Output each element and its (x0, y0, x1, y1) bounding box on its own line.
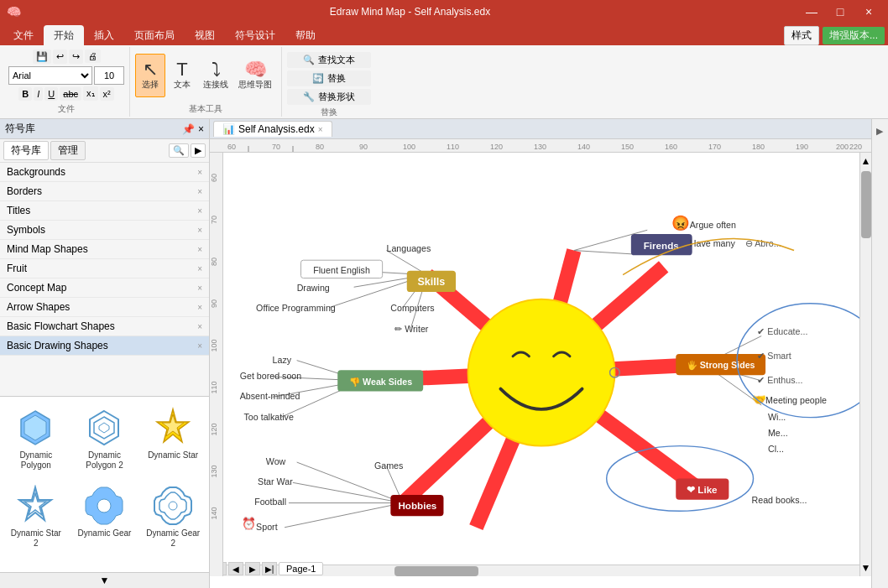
tab-layout[interactable]: 页面布局 (124, 25, 185, 45)
replace-button[interactable]: 🔄 替换 (287, 70, 371, 86)
text-tool-button[interactable]: T 文本 (167, 54, 197, 97)
canvas-area[interactable]: 60 70 80 90 100 110 120 130 140 (210, 153, 871, 576)
text-argue: Argue often (690, 220, 736, 230)
right-panel-label[interactable]: ▶ (871, 122, 888, 140)
category-drawing[interactable]: Basic Drawing Shapes × (0, 336, 209, 356)
page-next-button[interactable]: ▶ (245, 562, 260, 575)
superscript-button[interactable]: x² (100, 87, 114, 101)
category-concept[interactable]: Concept Map × (0, 278, 209, 298)
page-next-last-button[interactable]: ▶| (262, 562, 277, 575)
close-button[interactable]: × (856, 3, 881, 20)
scroll-down-button[interactable]: ▼ (860, 559, 871, 576)
library-tab-symbols[interactable]: 符号库 (3, 141, 49, 160)
select-tool-button[interactable]: ↖ 选择 (135, 54, 165, 97)
page-tab-1[interactable]: Page-1 (279, 562, 323, 575)
symbol-library-title: 符号库 (5, 122, 35, 136)
library-add-button[interactable]: ▶ (191, 143, 206, 158)
svg-text:100: 100 (403, 143, 415, 151)
vertical-scrollbar[interactable]: ▲ ▼ (859, 153, 871, 576)
alarm-icon: ⏰ (242, 517, 256, 531)
transform-button[interactable]: 🔧 替换形状 (287, 89, 371, 105)
library-scroll-down[interactable]: ▼ (0, 572, 209, 588)
library-tab-manage[interactable]: 管理 (50, 141, 86, 160)
shape-dynamic-star2[interactable]: Dynamic Star 2 (3, 478, 69, 553)
shape-dynamic-polygon[interactable]: Dynamic Polygon (3, 400, 69, 475)
horizontal-scrollbar[interactable]: |◀ ◀ ▶ ▶| Page-1 (210, 565, 859, 576)
page-prev-button[interactable]: ◀ (228, 562, 243, 575)
category-arrow[interactable]: Arrow Shapes × (0, 298, 209, 317)
italic-button[interactable]: I (34, 87, 43, 101)
maximize-button[interactable]: □ (828, 3, 853, 20)
connect-tool-button[interactable]: ⤵ 连接线 (199, 54, 232, 97)
library-search-button[interactable]: 🔍 (169, 143, 189, 158)
category-titles[interactable]: Titles × (0, 201, 209, 221)
shape-dynamic-polygon2[interactable]: Dynamic Polygon 2 (72, 400, 138, 475)
tab-help[interactable]: 帮助 (285, 25, 326, 45)
shape-dynamic-gear2[interactable]: Dynamic Gear 2 (140, 478, 206, 553)
conn-starwar (293, 482, 403, 502)
category-close-icon[interactable]: × (197, 187, 202, 196)
mindmap-canvas[interactable]: Skills 👎 Weak Sides Hobbies Firends 🖐 St… (223, 153, 859, 576)
category-close-icon[interactable]: × (197, 322, 202, 331)
text-writer: ✏ Writer (394, 324, 429, 334)
canvas-wrapper: 60 70 80 90 100 110 120 130 140 150 160 … (210, 139, 871, 588)
category-close-icon[interactable]: × (197, 168, 202, 177)
shape-dynamic-star[interactable]: Dynamic Star (140, 400, 206, 475)
scroll-up-button[interactable]: ▲ (860, 153, 871, 169)
underline-button[interactable]: U (44, 87, 58, 101)
shape-label-polygon2: Dynamic Polygon 2 (76, 450, 133, 471)
tab-home[interactable]: 开始 (44, 25, 84, 45)
subscript-button[interactable]: x₁ (83, 86, 98, 101)
category-borders[interactable]: Borders × (0, 182, 209, 201)
category-symbols[interactable]: Symbols × (0, 221, 209, 240)
horizontal-scrollbar-thumb[interactable] (394, 566, 478, 576)
enhance-button[interactable]: 增强版本... (823, 27, 885, 44)
category-close-icon[interactable]: × (197, 264, 202, 273)
text-cl: Cl... (768, 444, 784, 454)
strikethrough-button[interactable]: abc (60, 87, 81, 101)
font-size-input[interactable] (94, 66, 124, 85)
emoji-face: 😡 (671, 214, 690, 232)
text-fluent: Fluent English (313, 265, 370, 275)
category-mindmap[interactable]: Mind Map Shapes × (0, 240, 209, 259)
text-games: Games (374, 461, 403, 471)
shape-dynamic-gear[interactable]: Dynamic Gear (72, 478, 138, 553)
replace-label: 替换 (327, 73, 346, 83)
category-close-icon[interactable]: × (197, 284, 202, 293)
category-close-icon[interactable]: × (197, 341, 202, 351)
save-button[interactable]: 💾 (33, 49, 51, 64)
svg-text:110: 110 (210, 381, 218, 393)
style-button[interactable]: 样式 (784, 26, 819, 45)
category-close-icon[interactable]: × (197, 226, 202, 235)
text-office: Office Programming (256, 303, 336, 313)
pin-icon[interactable]: 📌 (182, 123, 195, 135)
undo-button[interactable]: ↩ (53, 49, 67, 64)
svg-text:120: 120 (490, 143, 503, 151)
text-enthus: ✔ Enthus... (757, 375, 802, 385)
category-close-icon[interactable]: × (197, 245, 202, 254)
tab-file[interactable]: 文件 (3, 25, 44, 45)
category-close-icon[interactable]: × (197, 206, 202, 216)
text-languages: Languages (386, 243, 431, 253)
category-backgrounds[interactable]: Backgrounds × (0, 163, 209, 182)
ribbon-quickaccess: 💾 ↩ ↪ 🖨 Arial B I U abc x₁ x² 文件 (3, 47, 130, 117)
tab-view[interactable]: 视图 (185, 25, 225, 45)
category-close-icon[interactable]: × (197, 303, 202, 312)
vertical-scrollbar-thumb[interactable] (861, 171, 871, 238)
font-family-select[interactable]: Arial (8, 66, 92, 85)
mindmap-tool-button[interactable]: 🧠 思维导图 (234, 54, 276, 97)
doc-tab-close-button[interactable]: × (318, 125, 323, 134)
print-button[interactable]: 🖨 (85, 49, 101, 63)
close-panel-icon[interactable]: × (198, 123, 204, 135)
svg-text:140: 140 (577, 143, 590, 151)
doc-tab-self-analysis[interactable]: 📊 Self Analysis.edx × (213, 121, 332, 137)
tab-insert[interactable]: 插入 (84, 25, 124, 45)
category-flowchart[interactable]: Basic Flowchart Shapes × (0, 317, 209, 336)
minimize-button[interactable]: — (799, 3, 824, 20)
node-hobbies-text: Hobbies (398, 500, 436, 511)
redo-button[interactable]: ↪ (69, 49, 83, 64)
category-fruit[interactable]: Fruit × (0, 259, 209, 278)
tab-symbol[interactable]: 符号设计 (225, 25, 285, 45)
bold-button[interactable]: B (18, 87, 32, 101)
find-text-button[interactable]: 🔍 查找文本 (287, 52, 371, 68)
